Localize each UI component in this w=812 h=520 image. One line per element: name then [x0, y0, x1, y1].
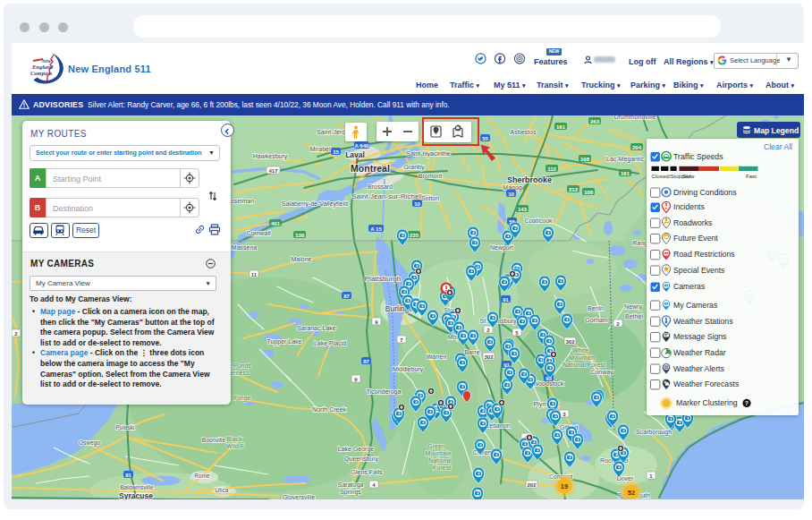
svg-text:Black: Black: [226, 436, 242, 442]
svg-text:Warren: Warren: [427, 354, 447, 360]
svg-text:Fast: Fast: [746, 173, 757, 179]
svg-text:235: 235: [410, 233, 419, 238]
svg-text:North Creek: North Creek: [312, 406, 346, 413]
svg-text:Weather Forecasts: Weather Forecasts: [673, 379, 740, 388]
svg-text:Bromont: Bromont: [419, 173, 443, 179]
svg-text:302: 302: [565, 339, 575, 345]
svg-text:Compass: Compass: [30, 70, 53, 76]
svg-text:Springs: Springs: [340, 489, 361, 496]
svg-text:Glens Falls: Glens Falls: [351, 469, 383, 475]
svg-text:Mountain: Mountain: [426, 450, 452, 456]
svg-text:Future Event: Future Event: [673, 234, 718, 243]
svg-text:Woodstock: Woodstock: [533, 380, 564, 387]
svg-text:87: 87: [343, 294, 350, 299]
svg-text:Queensbury: Queensbury: [344, 456, 379, 463]
svg-text:401: 401: [271, 221, 281, 226]
svg-text:A 640: A 640: [355, 143, 369, 149]
svg-text:Drummondville: Drummondville: [614, 115, 656, 120]
svg-text:Newport: Newport: [490, 244, 513, 251]
svg-text:11: 11: [251, 272, 258, 277]
svg-text:National: National: [428, 457, 452, 464]
svg-text:Sutton: Sutton: [421, 195, 439, 201]
svg-text:Brossard: Brossard: [368, 183, 393, 190]
svg-text:Boonville: Boonville: [202, 437, 226, 443]
svg-text:Saranac Lake: Saranac Lake: [297, 325, 335, 331]
svg-text:108: 108: [584, 190, 594, 195]
svg-text:Mirabel: Mirabel: [310, 146, 331, 152]
svg-text:Utica: Utica: [216, 487, 229, 493]
svg-text:112: 112: [547, 166, 556, 172]
svg-text:161: 161: [556, 124, 566, 130]
svg-text:Forge: Forge: [234, 395, 250, 402]
svg-text:Ticonderoga: Ticonderoga: [367, 388, 402, 396]
svg-text:161: 161: [621, 171, 630, 176]
svg-text:My Cameras: My Cameras: [673, 301, 718, 310]
svg-text:87: 87: [363, 359, 369, 364]
svg-text:sselman: sselman: [231, 198, 254, 204]
svg-text:e Ponds: e Ponds: [228, 362, 251, 369]
svg-text:417: 417: [268, 168, 278, 174]
svg-text:263: 263: [590, 119, 600, 124]
svg-text:202: 202: [527, 482, 537, 488]
svg-text:212: 212: [569, 187, 579, 192]
svg-text:Wild F: Wild F: [226, 443, 244, 449]
svg-text:Pulaski: Pulaski: [116, 424, 135, 430]
svg-text:Weather Radar: Weather Radar: [673, 348, 726, 357]
svg-text:Coaticook: Coaticook: [524, 217, 553, 224]
svg-text:Gorham: Gorham: [585, 317, 607, 323]
svg-text:Granby: Granby: [404, 164, 425, 171]
svg-text:Roadworks: Roadworks: [673, 218, 713, 227]
svg-text:Barre: Barre: [464, 349, 479, 355]
svg-text:Forest: Forest: [433, 465, 451, 471]
svg-text:Asbestos: Asbestos: [511, 129, 537, 135]
svg-text:Lac-Mégantic: Lac-Mégantic: [606, 156, 645, 163]
svg-text:Cornwall: Cornwall: [246, 230, 271, 236]
svg-text:Laval: Laval: [345, 150, 365, 159]
svg-text:England: England: [31, 64, 54, 70]
svg-text:Green: Green: [427, 443, 445, 449]
svg-text:143: 143: [518, 207, 528, 212]
svg-text:Slow: Slow: [682, 173, 695, 179]
svg-text:Oswego: Oswego: [79, 439, 100, 447]
svg-text:302: 302: [484, 354, 494, 360]
svg-text:Sherbrooke: Sherbrooke: [507, 175, 552, 184]
svg-text:108: 108: [580, 157, 590, 162]
svg-text:Saratoga: Saratoga: [338, 482, 364, 489]
svg-text:Rome: Rome: [194, 473, 210, 479]
svg-text:Syracuse: Syracuse: [119, 491, 153, 499]
svg-text:52: 52: [628, 489, 635, 497]
svg-text:55: 55: [482, 136, 488, 141]
svg-text:Hawkesbury: Hawkesbury: [253, 153, 288, 160]
svg-text:Plattsburgh: Plattsburgh: [365, 275, 401, 283]
svg-text:Lake Placid: Lake Placid: [314, 340, 346, 346]
svg-text:Mountain: Mountain: [570, 354, 596, 361]
svg-text:Lebanon: Lebanon: [486, 422, 510, 429]
svg-text:?: ?: [745, 400, 749, 406]
svg-text:138: 138: [295, 233, 305, 238]
svg-text:Malone: Malone: [292, 256, 312, 262]
svg-text:Incidents: Incidents: [673, 202, 705, 211]
svg-text:Bethel: Bethel: [625, 313, 643, 320]
svg-text:15: 15: [333, 149, 339, 155]
svg-text:Newry: Newry: [624, 303, 642, 311]
svg-text:Middlebury: Middlebury: [393, 366, 424, 373]
svg-text:Cameras: Cameras: [673, 282, 706, 291]
svg-text:Traffic Speeds: Traffic Speeds: [673, 152, 723, 161]
svg-text:10: 10: [508, 192, 514, 197]
svg-text:Conway: Conway: [590, 369, 613, 376]
svg-text:Weather Stations: Weather Stations: [673, 317, 733, 326]
svg-text:Salaberry-de-Valleyfield: Salaberry-de-Valleyfield: [282, 200, 348, 208]
svg-text:204: 204: [632, 145, 642, 150]
svg-text:Baldwinsville: Baldwinsville: [120, 484, 154, 490]
svg-text:Driving Conditions: Driving Conditions: [673, 188, 737, 197]
svg-text:Special Events: Special Events: [673, 266, 725, 275]
svg-text:91: 91: [503, 297, 509, 303]
svg-text:Lake George: Lake George: [338, 446, 375, 453]
svg-text:Weather Alerts: Weather Alerts: [673, 364, 724, 373]
svg-text:Scarborough: Scarborough: [636, 429, 672, 436]
svg-text:Gloversville: Gloversville: [283, 494, 315, 499]
svg-text:Saint-Jean-sur-Richelieu: Saint-Jean-sur-Richelieu: [351, 192, 430, 200]
svg-text:Saint-Hyacinthe: Saint-Hyacinthe: [406, 150, 451, 158]
svg-text:Berlin: Berlin: [588, 305, 604, 311]
svg-text:Message Signs: Message Signs: [673, 332, 727, 341]
